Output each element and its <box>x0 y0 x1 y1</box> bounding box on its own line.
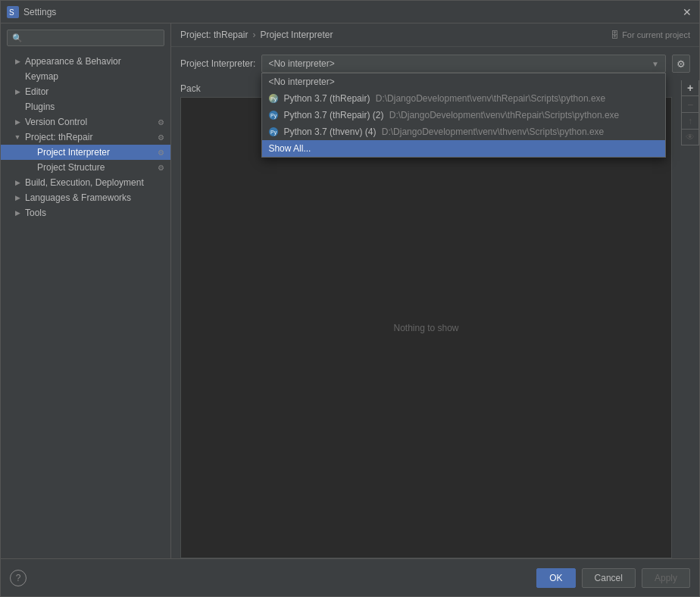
add-package-button[interactable]: + <box>681 80 699 95</box>
side-buttons: + − ↑ 👁 <box>681 80 699 145</box>
interpreter-row: Project Interpreter: <No interpreter> ▼ … <box>171 47 699 80</box>
sidebar-item-version-control[interactable]: ▶ Version Control ⚙ <box>1 114 170 130</box>
search-input[interactable] <box>26 33 159 43</box>
sidebar-item-label: Languages & Frameworks <box>25 192 131 203</box>
option-label: <No interpreter> <box>268 77 334 87</box>
option-label: Show All... <box>268 143 311 154</box>
window-title: Settings <box>23 7 681 17</box>
sidebar-item-plugins[interactable]: ▶ Plugins <box>1 99 170 114</box>
breadcrumb-project: Project: thRepair <box>180 30 248 40</box>
close-button[interactable]: ✕ <box>681 6 693 18</box>
sidebar-item-label: Build, Execution, Deployment <box>25 177 144 188</box>
arrow-icon: ▶ <box>13 193 22 202</box>
app-icon: S <box>7 6 19 18</box>
python-icon: Py <box>268 127 279 137</box>
upgrade-package-button[interactable]: ↑ <box>681 112 699 129</box>
sidebar-item-label: Project Structure <box>37 162 105 173</box>
interpreter-settings-button[interactable]: ⚙ <box>672 55 690 73</box>
interpreter-dropdown-container: <No interpreter> ▼ <No interpreter> <box>261 55 666 73</box>
sidebar-item-build[interactable]: ▶ Build, Execution, Deployment <box>1 175 170 190</box>
breadcrumb-page: Project Interpreter <box>260 30 333 40</box>
db-icon: 🗄 <box>611 30 619 39</box>
remove-package-button[interactable]: − <box>681 95 699 112</box>
sidebar-item-label: Editor <box>25 86 48 97</box>
sidebar-item-tools[interactable]: ▶ Tools <box>1 205 170 220</box>
cancel-button[interactable]: Cancel <box>582 568 636 588</box>
svg-text:Py: Py <box>270 96 277 102</box>
svg-text:Py: Py <box>270 113 277 119</box>
sidebar-item-project-interpreter[interactable]: ▶ Project Interpreter ⚙ <box>1 145 170 160</box>
sidebar: 🔍 ▶ Appearance & Behavior ▶ Keymap ▶ Edi… <box>1 23 171 558</box>
sidebar-item-label: Version Control <box>25 117 87 127</box>
sidebar-item-project-structure[interactable]: ▶ Project Structure ⚙ <box>1 160 170 175</box>
gear-icon: ⚙ <box>158 148 164 157</box>
settings-window: S Settings ✕ 🔍 ▶ Appearance & Behavior ▶ <box>0 0 700 597</box>
sidebar-item-languages[interactable]: ▶ Languages & Frameworks <box>1 190 170 205</box>
apply-button[interactable]: Apply <box>642 568 690 588</box>
sidebar-item-appearance[interactable]: ▶ Appearance & Behavior <box>1 54 170 69</box>
gear-icon: ⚙ <box>158 164 164 172</box>
dropdown-option-python37-1[interactable]: Py Python 3.7 (thRepair) D:\DjangoDevelo… <box>262 90 665 107</box>
search-icon: 🔍 <box>12 33 23 43</box>
sidebar-item-project[interactable]: ▼ Project: thRepair ⚙ <box>1 130 170 145</box>
help-button[interactable]: ? <box>10 570 27 586</box>
selected-interpreter: <No interpreter> <box>268 58 334 69</box>
breadcrumb-separator: › <box>252 30 255 40</box>
option-label: Python 3.7 (thvenv) (4) D:\DjangoDevelop… <box>283 127 604 137</box>
sidebar-item-label: Appearance & Behavior <box>25 56 121 67</box>
nav-tree: ▶ Appearance & Behavior ▶ Keymap ▶ Edito… <box>1 52 170 558</box>
chevron-down-icon: ▼ <box>652 60 659 68</box>
svg-text:Py: Py <box>270 130 277 136</box>
dropdown-option-show-all[interactable]: Show All... <box>262 140 665 157</box>
interpreter-dropdown[interactable]: <No interpreter> ▼ <box>261 55 666 73</box>
svg-text:S: S <box>9 8 14 17</box>
sidebar-item-label: Plugins <box>25 102 55 112</box>
footer-buttons: OK Cancel Apply <box>536 568 690 588</box>
main-panel: Project: thRepair › Project Interpreter … <box>171 23 699 558</box>
interpreter-label: Project Interpreter: <box>180 58 255 69</box>
search-box[interactable]: 🔍 <box>7 30 164 46</box>
dropdown-option-no-interpreter[interactable]: <No interpreter> <box>262 73 665 90</box>
arrow-icon: ▶ <box>13 117 22 127</box>
arrow-icon: ▶ <box>13 87 22 96</box>
gear-icon: ⚙ <box>158 118 164 127</box>
packages-label: Pack <box>180 83 201 94</box>
show-paths-button[interactable]: 👁 <box>681 129 699 145</box>
footer: ? OK Cancel Apply <box>1 558 699 596</box>
sidebar-item-label: Tools <box>25 208 46 218</box>
sidebar-item-label: Keymap <box>25 71 58 82</box>
dropdown-option-python37-3[interactable]: Py Python 3.7 (thvenv) (4) D:\DjangoDeve… <box>262 123 665 140</box>
interpreter-dropdown-popup: <No interpreter> <box>261 73 666 158</box>
python-icon: Py <box>268 110 279 120</box>
gear-icon: ⚙ <box>158 133 164 142</box>
nothing-to-show-label: Nothing to show <box>181 98 671 558</box>
sidebar-item-keymap[interactable]: ▶ Keymap <box>1 69 170 84</box>
python-icon: Py <box>268 93 279 104</box>
option-label: Python 3.7 (thRepair) D:\DjangoDevelopme… <box>283 93 605 104</box>
breadcrumb: Project: thRepair › Project Interpreter … <box>171 23 699 47</box>
sidebar-item-label: Project Interpreter <box>37 147 110 158</box>
for-project-label: 🗄 For current project <box>611 30 690 39</box>
arrow-icon: ▶ <box>13 57 22 66</box>
titlebar: S Settings ✕ <box>1 1 699 23</box>
sidebar-item-editor[interactable]: ▶ Editor <box>1 84 170 99</box>
content-area: 🔍 ▶ Appearance & Behavior ▶ Keymap ▶ Edi… <box>1 23 699 558</box>
packages-table: Nothing to show <box>180 97 672 558</box>
dropdown-option-python37-2[interactable]: Py Python 3.7 (thRepair) (2) D:\DjangoDe… <box>262 107 665 123</box>
arrow-icon: ▶ <box>13 178 22 187</box>
sidebar-item-label: Project: thRepair <box>25 132 92 142</box>
arrow-icon: ▼ <box>13 133 22 142</box>
arrow-icon: ▶ <box>13 208 22 217</box>
option-label: Python 3.7 (thRepair) (2) D:\DjangoDevel… <box>283 110 619 120</box>
ok-button[interactable]: OK <box>536 568 575 588</box>
